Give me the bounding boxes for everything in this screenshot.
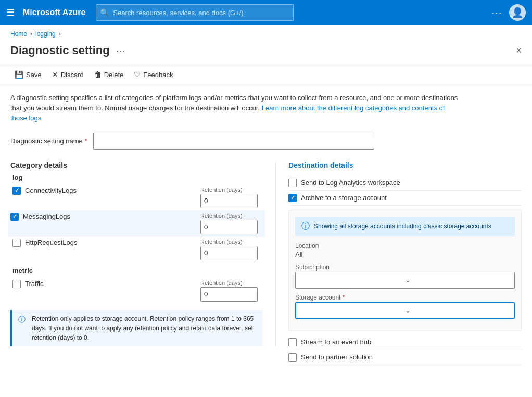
delete-icon: 🗑 xyxy=(94,70,102,79)
discard-icon: ✕ xyxy=(52,70,58,79)
messaging-retention-input[interactable] xyxy=(200,220,258,234)
connectivity-retention-input[interactable] xyxy=(200,194,258,208)
location-label: Location xyxy=(295,242,515,250)
storage-account-required-star: * xyxy=(343,294,345,301)
httprequest-retention-input[interactable] xyxy=(200,246,258,260)
traffic-metric-checkbox[interactable] xyxy=(12,280,21,288)
info-icon: ⓘ xyxy=(18,314,26,325)
content-area: Home › logging › Diagnostic setting ⋯ × … xyxy=(0,25,532,397)
page-title: Diagnostic setting xyxy=(10,44,110,57)
messaging-retention-label: Retention (days) xyxy=(200,213,263,219)
log-item-httprequest: HttpRequestLogs Retention (days) xyxy=(10,237,263,263)
diag-name-label: Diagnostic setting name * xyxy=(10,137,87,145)
storage-account-checkbox[interactable] xyxy=(288,194,297,202)
storage-account-dropdown-arrow: ⌄ xyxy=(405,306,510,314)
breadcrumb: Home › logging › xyxy=(0,25,532,40)
breadcrumb-sep1: › xyxy=(30,30,32,38)
destination-header: Destination details xyxy=(288,161,522,169)
storage-account-dropdown[interactable]: ⌄ xyxy=(295,302,515,319)
more-options-icon[interactable]: ⋯ xyxy=(491,6,503,19)
category-details-panel: Category details log ConnectivityLogs Re… xyxy=(10,161,276,346)
httprequest-retention-label: Retention (days) xyxy=(200,239,263,245)
log-section-label: log xyxy=(12,173,263,181)
messaging-logs-label: MessagingLogs xyxy=(23,213,70,220)
brand-name: Microsoft Azure xyxy=(23,8,85,17)
toolbar: 💾 Save ✕ Discard 🗑 Delete ♡ Feedback xyxy=(0,64,532,85)
dest-partner-solution: Send to partner solution xyxy=(288,350,522,365)
feedback-icon: ♡ xyxy=(134,70,141,79)
subscription-dropdown-arrow: ⌄ xyxy=(405,276,510,284)
location-value: All xyxy=(295,251,515,258)
partner-solution-checkbox[interactable] xyxy=(288,353,297,362)
traffic-retention-label: Retention (days) xyxy=(200,280,263,286)
log-analytics-checkbox[interactable] xyxy=(288,179,297,187)
event-hub-label: Stream to an event hub xyxy=(301,338,371,346)
top-nav: ☰ Microsoft Azure 🔍 ⋯ 👤 xyxy=(0,0,532,25)
breadcrumb-home[interactable]: Home xyxy=(10,30,27,38)
httprequest-logs-checkbox[interactable] xyxy=(12,239,21,247)
connectivity-logs-checkbox[interactable] xyxy=(12,187,21,195)
page-menu-dots-icon[interactable]: ⋯ xyxy=(116,45,125,56)
required-star: * xyxy=(84,137,87,145)
partner-solution-label: Send to partner solution xyxy=(301,353,373,361)
storage-account-label: Archive to a storage account xyxy=(301,194,387,202)
feedback-button[interactable]: ♡ Feedback xyxy=(130,68,177,81)
page-header: Diagnostic setting ⋯ × xyxy=(0,40,532,64)
diag-name-input[interactable] xyxy=(93,133,374,150)
hamburger-icon[interactable]: ☰ xyxy=(6,7,15,18)
metric-section-label: metric xyxy=(12,267,263,275)
storage-info-icon: ⓘ xyxy=(301,221,310,232)
two-col-layout: Category details log ConnectivityLogs Re… xyxy=(0,156,532,370)
connectivity-retention-label: Retention (days) xyxy=(200,187,263,193)
breadcrumb-sep2: › xyxy=(59,30,61,38)
storage-info-text: Showing all storage accounts including c… xyxy=(314,222,491,230)
avatar[interactable]: 👤 xyxy=(509,4,526,21)
breadcrumb-logging[interactable]: logging xyxy=(35,30,56,38)
storage-info-banner: ⓘ Showing all storage accounts including… xyxy=(295,217,515,236)
storage-account-field-label: Storage account * xyxy=(295,294,515,301)
subscription-label: Subscription xyxy=(295,264,515,271)
archive-expanded-section: ⓘ Showing all storage accounts including… xyxy=(288,210,522,331)
search-icon: 🔍 xyxy=(100,8,109,17)
messaging-logs-checkbox[interactable] xyxy=(10,213,19,221)
search-input[interactable] xyxy=(96,4,294,21)
log-item-traffic: Traffic Retention (days) xyxy=(10,278,263,304)
retention-info-box: ⓘ Retention only applies to storage acco… xyxy=(10,310,263,346)
log-analytics-label: Send to Log Analytics workspace xyxy=(301,179,400,187)
traffic-retention-input[interactable] xyxy=(200,287,258,302)
category-header: Category details xyxy=(10,161,263,169)
close-button[interactable]: × xyxy=(516,46,522,55)
httprequest-logs-label: HttpRequestLogs xyxy=(25,239,77,246)
log-item-connectivity: ConnectivityLogs Retention (days) xyxy=(10,184,263,210)
dest-event-hub: Stream to an event hub xyxy=(288,335,522,350)
destination-details-panel: Destination details Send to Log Analytic… xyxy=(276,161,522,365)
discard-button[interactable]: ✕ Discard xyxy=(48,68,88,81)
search-bar: 🔍 xyxy=(96,4,294,21)
event-hub-checkbox[interactable] xyxy=(288,338,297,346)
retention-info-text: Retention only applies to storage accoun… xyxy=(32,314,257,342)
dest-log-analytics: Send to Log Analytics workspace xyxy=(288,176,522,191)
log-item-messaging: MessagingLogs Retention (days) xyxy=(8,210,265,237)
diag-name-row: Diagnostic setting name * xyxy=(0,129,532,156)
delete-button[interactable]: 🗑 Delete xyxy=(90,68,128,81)
save-button[interactable]: 💾 Save xyxy=(10,68,46,81)
dest-storage-account: Archive to a storage account xyxy=(288,191,522,206)
connectivity-logs-label: ConnectivityLogs xyxy=(25,187,77,194)
save-icon: 💾 xyxy=(15,70,23,79)
description: A diagnostic setting specifies a list of… xyxy=(0,85,468,129)
traffic-metric-label: Traffic xyxy=(25,280,43,288)
subscription-dropdown[interactable]: ⌄ xyxy=(295,272,515,289)
